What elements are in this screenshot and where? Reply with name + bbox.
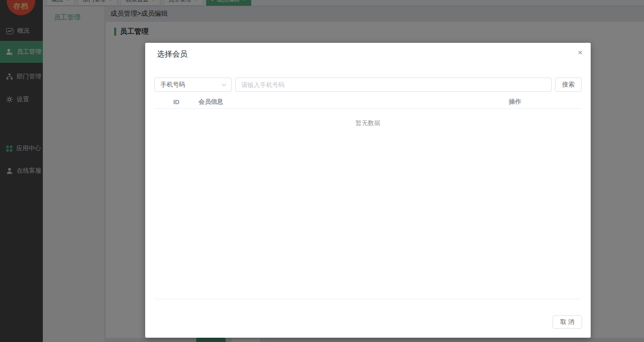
empty-state-text: 暂无数据 (145, 119, 591, 127)
search-button[interactable]: 搜索 (555, 78, 582, 92)
chevron-down-icon (221, 83, 227, 87)
cancel-button[interactable]: 取 消 (553, 315, 582, 329)
search-type-select[interactable]: 手机号码 (154, 78, 232, 92)
close-icon[interactable]: × (578, 49, 583, 57)
select-member-modal: 选择会员 × 手机号码 搜索 ID 会员信息 操作 暂无数据 取 消 (145, 43, 591, 338)
column-header-member-info: 会员信息 (198, 98, 448, 106)
member-table-header: ID 会员信息 操作 (154, 95, 582, 108)
table-header-divider (154, 108, 582, 109)
select-value: 手机号码 (160, 80, 185, 89)
column-header-id: ID (154, 98, 198, 106)
table-bottom-divider (154, 299, 582, 299)
column-header-actions: 操作 (448, 98, 582, 106)
search-row: 手机号码 搜索 (154, 78, 582, 92)
phone-number-input[interactable] (235, 78, 552, 92)
modal-title: 选择会员 (157, 49, 188, 59)
